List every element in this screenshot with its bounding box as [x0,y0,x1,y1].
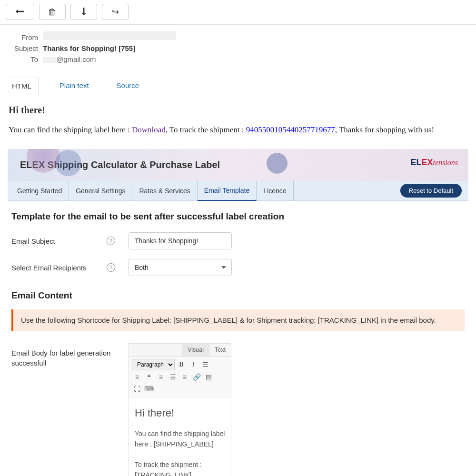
plugin-header: ELEX Shipping Calculator & Purchase Labe… [8,149,468,181]
email-header: From Subject Thanks for Shopping! [755] … [0,25,476,73]
editor-tab-text[interactable]: Text [209,344,231,356]
help-icon[interactable]: ? [107,263,115,272]
nav-rates-services[interactable]: Rates & Services [132,181,197,200]
trash-icon: 🗑 [48,7,57,17]
subject-value: Thanks for Shopping! [755] [43,44,135,52]
download-icon: 🠗 [79,7,88,17]
quote-icon[interactable]: ❝ [144,372,154,382]
email-body-row: Email Body for label generation successf… [11,343,465,476]
bullet-list-icon[interactable]: ☰ [200,359,210,370]
tab-plain-text[interactable]: Plain text [53,77,96,95]
shortcode-notice: Use the following Shortcode for Shipping… [11,309,465,331]
tracking-link[interactable]: 9405500105440257719677 [246,125,335,134]
tab-source[interactable]: Source [110,77,146,95]
forward-button[interactable]: ↪ [102,4,129,20]
email-body-label: Email Body for label generation successf… [11,343,129,368]
align-center-icon[interactable]: ☰ [168,372,178,382]
to-label: To [10,55,38,63]
back-icon: 🠔 [16,7,24,17]
recipients-row: Select Email Recipients ? Both [11,259,465,276]
plugin-content: Template for the email to be sent after … [8,201,468,476]
plugin-panel: ELEX Shipping Calculator & Purchase Labe… [8,149,468,476]
reset-to-default-button[interactable]: Reset to Default [400,184,462,198]
forward-icon: ↪ [112,7,119,17]
content-p2: To track the shipment : [TRACKING_LINK] [135,460,225,476]
more-icon[interactable]: ▤ [203,372,214,382]
email-body: Hi there! You can find the shipping labe… [0,95,476,144]
recipients-label: Select Email Recipients [11,264,107,272]
tab-html[interactable]: HTML [5,77,39,95]
nav-general-settings[interactable]: General Settings [69,181,132,200]
editor-content-area[interactable]: Hi there! You can find the shipping labe… [129,398,231,476]
email-message: You can find the shipping label here : D… [9,125,467,135]
to-value: @gmail.com [43,55,96,63]
nav-getting-started[interactable]: Getting Started [10,181,69,200]
numbered-list-icon[interactable]: ≡ [132,372,142,382]
email-subject-label: Email Subject [11,237,107,245]
email-view-tabs: HTML Plain text Source [0,77,476,95]
align-left-icon[interactable]: ≡ [156,372,166,382]
from-label: From [10,33,38,41]
recipients-select[interactable]: Both [129,259,232,276]
italic-icon[interactable]: I [188,359,198,370]
subject-label: Subject [10,44,38,52]
email-toolbar: 🠔 🗑 🠗 ↪ [0,0,476,25]
keyboard-icon[interactable]: ⌨ [144,384,154,394]
editor-tab-visual[interactable]: Visual [182,344,209,356]
align-right-icon[interactable]: ≡ [179,372,190,382]
download-link[interactable]: Download [132,125,166,134]
delete-button[interactable]: 🗑 [39,4,66,20]
paragraph-select[interactable]: Paragraph [132,359,175,370]
plugin-nav: Getting Started General Settings Rates &… [8,181,468,201]
download-button[interactable]: 🠗 [70,4,97,20]
content-p1: You can find the shipping label here : [… [135,429,225,449]
bold-icon[interactable]: B [176,359,187,370]
nav-licence[interactable]: Licence [257,181,293,200]
plugin-logo: ELEXtensions [411,158,458,168]
content-greeting: Hi there! [135,407,225,419]
email-greeting: Hi there! [9,105,467,116]
from-value [43,31,176,41]
email-content-title: Email Content [11,290,465,301]
nav-email-template[interactable]: Email Template [198,181,257,201]
section-title: Template for the email to be sent after … [11,211,465,222]
email-subject-input[interactable] [129,232,232,249]
wysiwyg-editor: Visual Text Paragraph B I ☰ ≡ ❝ ≡ ☰ [129,343,231,476]
editor-mode-tabs: Visual Text [129,344,231,357]
back-button[interactable]: 🠔 [6,4,34,20]
editor-toolbar: Paragraph B I ☰ ≡ ❝ ≡ ☰ ≡ 🔗 ▤ [129,357,231,398]
link-icon[interactable]: 🔗 [191,372,202,382]
help-icon[interactable]: ? [107,237,115,245]
fullscreen-icon[interactable]: ⛶ [132,384,142,394]
email-subject-row: Email Subject ? [11,232,465,249]
